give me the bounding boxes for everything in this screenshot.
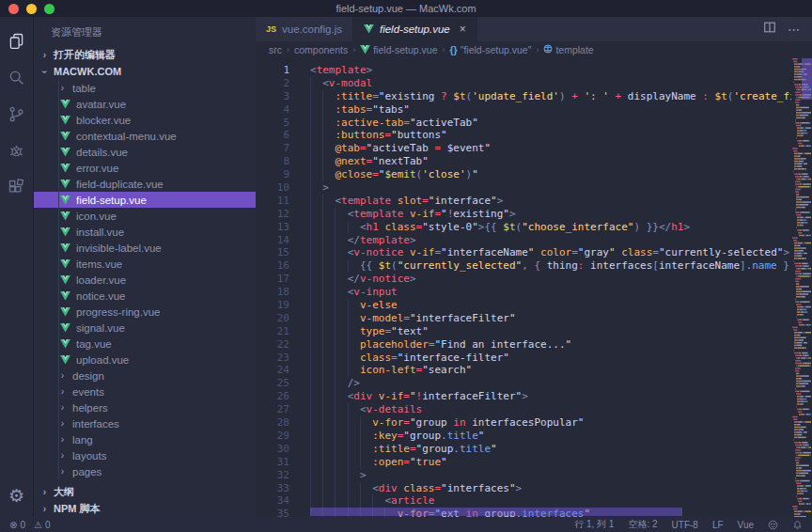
source-control-icon[interactable] [7,103,27,124]
settings-gear-icon[interactable]: ⚙ [7,485,27,506]
token: @close [335,168,372,180]
token: "Find an interface..." [434,338,571,351]
token: ? [434,90,453,102]
token: {{ [360,259,379,272]
tree-file-contextual-menu.vue[interactable]: contextual-menu.vue [34,128,256,144]
vue-file-icon [60,275,70,285]
code-line: :open="true" [310,456,791,469]
token: < [372,482,379,494]
minimize-window-button[interactable] [26,4,37,14]
encoding[interactable]: UTF-8 [672,520,698,530]
tree-file-icon.vue[interactable]: icon.vue [34,208,256,224]
workspace-root-section[interactable]: › MACWK.COM [34,63,256,80]
tree-item-label: design [72,370,104,382]
token: > [367,64,373,76]
tree-file-error.vue[interactable]: error.vue [34,160,256,176]
tree-folder-table[interactable]: ›table [34,80,256,96]
token: "activeTab" [410,117,478,129]
tree-file-avatar.vue[interactable]: avatar.vue [34,96,256,112]
tree-folder-layouts[interactable]: ›layouts [34,447,256,463]
tree-folder-helpers[interactable]: ›helpers [34,399,256,415]
token: < [360,403,367,415]
token: $event [447,142,485,154]
problems-errors[interactable]: ⊗ 0 [9,520,25,530]
tab-vue.config.js[interactable]: JSvue.config.js [256,17,353,41]
chevron-right-icon: › [40,487,49,497]
tree-folder-events[interactable]: ›events [34,383,256,399]
tree-file-details.vue[interactable]: details.vue [34,144,256,160]
tree-file-signal.vue[interactable]: signal.vue [34,320,256,336]
tree-folder-pages[interactable]: ›pages [34,463,256,479]
code-lines[interactable]: <template><v-modal:title="existing ? $t(… [299,58,791,517]
code-line: :title="existing ? $t('update_field') + … [310,90,791,103]
cursor-position[interactable]: 行 1, 列 1 [574,518,614,531]
minimap[interactable] [791,58,812,517]
line-number: 9 [256,168,299,181]
tree-file-blocker.vue[interactable]: blocker.vue [34,112,256,128]
notifications-bell-icon[interactable] [792,520,803,530]
breadcrumb-item-3[interactable]: field-setup.vue [360,44,437,55]
token: "text" [391,325,429,337]
explorer-icon[interactable] [7,30,27,51]
indentation-setting[interactable]: 空格: 2 [628,518,657,531]
tree-file-items.vue[interactable]: items.vue [34,256,256,272]
tree-file-install.vue[interactable]: install.vue [34,224,256,240]
npm-scripts-section[interactable]: › NPM 脚本 [34,500,256,517]
tree-file-loader.vue[interactable]: loader.vue [34,272,256,288]
token: , { [522,259,547,272]
tree-file-invisible-label.vue[interactable]: invisible-label.vue [34,240,256,256]
debug-icon[interactable] [7,140,27,161]
token: = [429,142,447,154]
breadcrumb-item-4[interactable]: {}"field-setup.vue" [450,44,532,55]
breadcrumb-item-1[interactable]: src [269,44,282,55]
template-symbol-icon [543,44,553,55]
token: = [403,312,410,324]
open-editors-section[interactable]: › 打开的编辑器 [34,46,256,63]
line-number: 8 [256,155,299,168]
token: class [360,352,391,364]
feedback-smiley-icon[interactable] [768,520,778,530]
outline-section[interactable]: › 大纲 [34,483,256,500]
tree-file-field-setup.vue[interactable]: field-setup.vue [34,192,256,208]
tree-folder-lang[interactable]: ›lang [34,431,256,447]
vue-file-icon [60,355,70,365]
line-number: 5 [256,117,299,130]
tree-file-tag.vue[interactable]: tag.vue [34,336,256,352]
tree-folder-design[interactable]: ›design [34,368,256,383]
breadcrumb-label: field-setup.vue [373,44,437,55]
tree-file-progress-ring.vue[interactable]: progress-ring.vue [34,304,256,320]
indent-guides [310,482,372,495]
line-number: 22 [256,338,299,352]
close-tab-icon[interactable]: × [460,23,466,36]
close-window-button[interactable] [8,4,19,14]
horizontal-scrollbar-thumb[interactable] [310,508,682,516]
zoom-window-button[interactable] [44,4,55,14]
explorer-header: 资源管理器 [34,17,256,46]
breadcrumb-item-2[interactable]: components [294,44,348,55]
chevron-down-icon: › [39,68,50,76]
eol-setting[interactable]: LF [712,520,724,530]
split-editor-icon[interactable] [763,21,776,38]
tab-field-setup.vue[interactable]: field-setup.vue× [353,17,477,41]
breadcrumb-item-5[interactable]: template [543,44,593,55]
token: = [571,246,578,258]
token: "buttons" [391,129,447,141]
code-line: </v-notice> [310,273,791,286]
language-mode[interactable]: Vue [738,520,754,530]
vertical-scrollbar-thumb[interactable] [802,58,812,100]
extensions-icon[interactable] [7,177,27,197]
search-icon[interactable] [7,67,27,87]
problems-warnings[interactable]: ⚠ 0 [34,520,51,530]
vue-file-icon [60,148,70,157]
code-line: <div v-if="!interfaceFilter"> [310,390,791,403]
tree-file-field-duplicate.vue[interactable]: field-duplicate.vue [34,176,256,192]
token: :buttons [335,129,384,141]
line-number: 11 [256,195,299,208]
tree-file-upload.vue[interactable]: upload.vue [34,352,256,368]
tree-file-notice.vue[interactable]: notice.vue [34,288,256,304]
more-actions-icon[interactable]: ⋯ [788,23,801,37]
tab-label: vue.config.js [282,23,342,35]
code-editor[interactable]: 1234567891011121314151617181920212223242… [256,58,812,517]
line-number: 14 [256,234,299,247]
tree-folder-interfaces[interactable]: ›interfaces [34,415,256,431]
